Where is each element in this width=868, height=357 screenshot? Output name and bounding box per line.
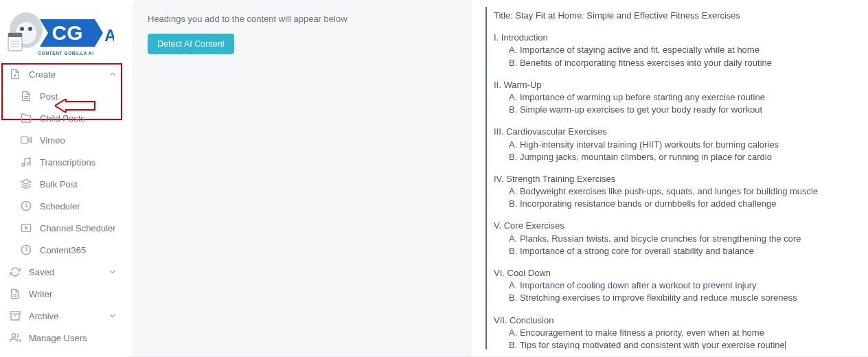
nav-saved[interactable]: Saved bbox=[0, 261, 127, 283]
video-icon bbox=[21, 135, 32, 146]
sidebar-item-label: Post bbox=[40, 91, 117, 102]
document-icon bbox=[10, 288, 21, 299]
layers-icon bbox=[21, 178, 32, 189]
outline-section: I. IntroductionA. Importance of staying … bbox=[494, 32, 860, 69]
headings-hint: Headings you add to the content will app… bbox=[148, 14, 457, 24]
outline-section: II. Warm-UpA. Importance of warming up b… bbox=[494, 79, 860, 117]
outline-subpoint: A. Encouragement to make fitness a prior… bbox=[494, 327, 860, 339]
logo-svg: CG AI CONTENT GORILLA AI bbox=[4, 5, 114, 62]
outline-section-heading: IV. Strength Training Exercises bbox=[494, 173, 860, 185]
document-icon bbox=[21, 91, 32, 102]
chevron-down-icon bbox=[108, 267, 117, 277]
sidebar-item-scheduler[interactable]: Scheduler bbox=[0, 195, 127, 217]
svg-rect-22 bbox=[21, 224, 30, 232]
svg-point-18 bbox=[22, 163, 25, 166]
outline-subpoint: A. Importance of staying active and fit,… bbox=[494, 44, 860, 56]
nav-writer-label: Writer bbox=[29, 289, 117, 299]
outline-section: VI. Cool DownA. Importance of cooling do… bbox=[494, 267, 860, 305]
file-plus-icon bbox=[10, 69, 21, 80]
sidebar-item-label: Scheduler bbox=[40, 201, 117, 211]
clock-icon bbox=[21, 200, 32, 211]
svg-rect-17 bbox=[21, 137, 28, 143]
sidebar-item-vimeo[interactable]: Vimeo bbox=[0, 129, 127, 151]
outline-section: III. Cardiovascular ExercisesA. High-int… bbox=[494, 126, 860, 163]
outline-subpoint: A. Bodyweight exercises like push-ups, s… bbox=[494, 185, 860, 198]
svg-point-2 bbox=[20, 27, 24, 31]
app-root: CG AI CONTENT GORILLA AI Create bbox=[0, 0, 868, 357]
svg-point-19 bbox=[27, 163, 30, 165]
svg-marker-23 bbox=[25, 227, 27, 229]
svg-text:AI: AI bbox=[104, 26, 114, 45]
outline-subpoint: A. High-intensity interval training (HII… bbox=[494, 139, 860, 151]
outline-section-heading: I. Introduction bbox=[494, 32, 860, 44]
clock-icon bbox=[21, 244, 32, 255]
nav-saved-label: Saved bbox=[29, 267, 108, 277]
chevron-down-icon bbox=[108, 311, 117, 321]
outline-subpoint: B. Tips for staying motivated and consis… bbox=[494, 339, 860, 349]
outline-subpoint: B. Simple warm-up exercises to get your … bbox=[494, 104, 860, 116]
sidebar-item-label: Vimeo bbox=[40, 135, 117, 146]
svg-rect-5 bbox=[8, 33, 22, 37]
svg-marker-16 bbox=[28, 138, 32, 143]
outline-subpoint: B. Benefits of incorporating fitness exe… bbox=[494, 57, 860, 69]
nav-archive-label: Archive bbox=[29, 311, 108, 321]
sidebar-item-label: Child Posts bbox=[40, 113, 117, 124]
nav-writer[interactable]: Writer bbox=[0, 283, 127, 305]
headings-panel: Headings you add to the content will app… bbox=[133, 0, 472, 356]
outline-subpoint: A. Planks, Russian twists, and bicycle c… bbox=[494, 233, 860, 245]
outline-panel: Title: Stay Fit at Home: Simple and Effe… bbox=[472, 0, 868, 356]
sidebar-item-label: Content365 bbox=[40, 245, 117, 255]
sidebar-item-bulk-post[interactable]: Bulk Post bbox=[0, 173, 127, 195]
sidebar-item-post[interactable]: Post bbox=[0, 85, 127, 107]
nav-section-create: Create Post Child Posts bbox=[0, 63, 127, 261]
outline-subpoint: B. Jumping jacks, mountain climbers, or … bbox=[494, 151, 860, 163]
outline-subpoint: A. Importance of cooling down after a wo… bbox=[494, 279, 860, 292]
users-icon bbox=[10, 332, 21, 343]
sidebar-item-channel-scheduler[interactable]: Channel Scheduler bbox=[0, 217, 127, 239]
sidebar: CG AI CONTENT GORILLA AI Create bbox=[0, 0, 127, 357]
outline-subpoint: B. Importance of a strong core for overa… bbox=[494, 245, 860, 257]
outline-section: VII. ConclusionA. Encouragement to make … bbox=[494, 314, 860, 349]
outline-subpoint: A. Importance of warming up before start… bbox=[494, 91, 860, 104]
sidebar-item-label: Transcriptions bbox=[40, 157, 117, 168]
chevron-up-icon bbox=[108, 69, 117, 79]
nav-manage-users-label: Manage Users bbox=[29, 333, 117, 343]
folder-icon bbox=[21, 113, 32, 124]
outline-content: Title: Stay Fit at Home: Simple and Effe… bbox=[486, 7, 860, 349]
outline-section-heading: VI. Cool Down bbox=[494, 267, 860, 279]
outline-section: IV. Strength Training ExercisesA. Bodywe… bbox=[494, 173, 860, 211]
sidebar-item-transcriptions[interactable]: Transcriptions bbox=[0, 151, 127, 173]
nav-create-label: Create bbox=[29, 69, 108, 80]
play-square-icon bbox=[21, 222, 32, 233]
main: Headings you add to the content will app… bbox=[127, 0, 868, 357]
nav-manage-users[interactable]: Manage Users bbox=[0, 327, 127, 349]
nav-create[interactable]: Create bbox=[0, 63, 127, 85]
outline-section-heading: VII. Conclusion bbox=[494, 314, 860, 327]
svg-text:CG: CG bbox=[52, 21, 83, 44]
detect-ai-content-button[interactable]: Detect AI Content bbox=[148, 34, 234, 54]
text-cursor bbox=[785, 341, 786, 350]
svg-point-29 bbox=[12, 334, 15, 337]
music-note-icon bbox=[21, 157, 32, 168]
svg-text:CONTENT GORILLA AI: CONTENT GORILLA AI bbox=[38, 51, 93, 56]
logo: CG AI CONTENT GORILLA AI bbox=[0, 3, 127, 63]
outline-section-heading: V. Core Exercises bbox=[494, 220, 860, 232]
outline-subpoint: B. Stretching exercises to improve flexi… bbox=[494, 292, 860, 304]
outline-section: V. Core ExercisesA. Planks, Russian twis… bbox=[494, 220, 860, 257]
outline-section-heading: III. Cardiovascular Exercises bbox=[494, 126, 860, 138]
outline-section-heading: II. Warm-Up bbox=[494, 79, 860, 91]
nav-archive[interactable]: Archive bbox=[0, 305, 127, 327]
outline-title: Title: Stay Fit at Home: Simple and Effe… bbox=[494, 10, 860, 22]
sidebar-item-label: Bulk Post bbox=[40, 179, 117, 189]
sidebar-item-label: Channel Scheduler bbox=[40, 223, 117, 233]
svg-point-3 bbox=[28, 27, 32, 31]
sidebar-item-content365[interactable]: Content365 bbox=[0, 239, 127, 261]
sidebar-item-child-posts[interactable]: Child Posts bbox=[0, 107, 127, 129]
svg-rect-27 bbox=[10, 312, 21, 314]
refresh-icon bbox=[10, 266, 21, 277]
outline-subpoint: B. Incorporating resistance bands or dum… bbox=[494, 198, 860, 210]
archive-icon bbox=[10, 310, 21, 321]
svg-marker-20 bbox=[21, 179, 30, 184]
